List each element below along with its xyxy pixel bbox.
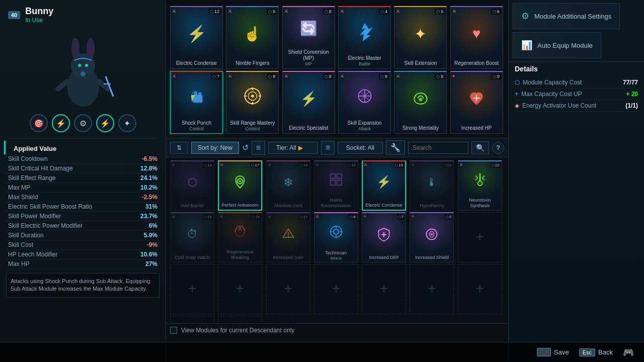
skill-icon-4[interactable]: ⚡ bbox=[96, 114, 114, 132]
inv-card-perfect-antivenom[interactable]: ⚔ 17 Perfect Antivenom bbox=[218, 160, 262, 211]
module-card-electric-condense[interactable]: ⚔ 12 ⚡ Electric Condense bbox=[170, 6, 223, 69]
max-capacity-val: + 20 bbox=[626, 90, 638, 98]
auto-equip-module-button[interactable]: 📊 Auto Equip Module bbox=[513, 32, 601, 58]
inv-card-increased-def[interactable]: ✕ 7 Increased DEF bbox=[362, 212, 406, 262]
tier-select[interactable]: Tier: All ▶ bbox=[268, 142, 318, 154]
module-icon-area bbox=[339, 72, 390, 120]
inv-icon-empty: + bbox=[267, 264, 310, 312]
stat-row: Max HP 27% bbox=[6, 259, 159, 269]
sort-by-button[interactable]: Sort by: New bbox=[191, 142, 239, 154]
search-input[interactable] bbox=[408, 142, 468, 154]
module-icon-area bbox=[171, 72, 222, 120]
inv-label: Increased Shield bbox=[414, 255, 450, 260]
stat-name: Skill Power Modifier bbox=[8, 213, 61, 220]
back-button[interactable]: Esc Back bbox=[579, 348, 613, 356]
energy-key: ◈ Energy Activator Use Count bbox=[515, 102, 596, 109]
module-label: Electric Condense bbox=[175, 60, 218, 66]
inv-icon-bg bbox=[314, 161, 358, 198]
stat-val: 10.6% bbox=[140, 251, 157, 258]
stat-name: Max MP bbox=[8, 184, 30, 191]
module-card-shock-punch[interactable]: ⚔ 7 Shock Punch Control bbox=[170, 71, 223, 134]
inv-card-matrix-recomputation[interactable]: ⚔ 10 Matrix Recomputation bbox=[314, 160, 358, 211]
skill-icon-5[interactable]: ✦ bbox=[118, 114, 136, 132]
inv-icon-area bbox=[218, 213, 262, 249]
inv-icon-area bbox=[410, 213, 453, 255]
inv-card-neurotoxin-synthesis[interactable]: ⚔ 10 Neurotoxin Synthesis bbox=[458, 160, 502, 211]
module-icon-bg bbox=[451, 72, 503, 125]
socket-filter-layer-btn[interactable]: ≡ bbox=[321, 141, 335, 155]
inv-label: Increased DEF bbox=[368, 255, 400, 260]
plus-icon: + bbox=[515, 90, 518, 98]
character-name: Bunny bbox=[25, 6, 53, 17]
module-icon-bg bbox=[283, 72, 335, 125]
inv-card-electric-condense-2[interactable]: ⚔ 16 ⚡ Electric Condense bbox=[362, 160, 406, 211]
bottom-bar: ⬛ Save Esc Back 🎮 bbox=[0, 342, 644, 362]
energy-val: (1/1) bbox=[625, 102, 638, 109]
inv-icon-area bbox=[314, 213, 358, 250]
inv-card-void-barrier[interactable]: ⚔ 14 ⬡ Void Barrier bbox=[170, 160, 214, 211]
stat-row: Skill Power Modifier 23.7% bbox=[6, 212, 159, 221]
empty-plus-icon: + bbox=[428, 281, 436, 297]
module-card-strong-mentality[interactable]: ⚔ 8 Strong Mentality bbox=[394, 71, 447, 134]
inv-icon-area bbox=[219, 161, 261, 203]
module-additional-settings-button[interactable]: ⚙ Module Additional Settings bbox=[513, 3, 620, 29]
inv-icon-bg bbox=[171, 213, 214, 255]
inv-card-empty-10: + bbox=[218, 316, 262, 323]
view-descendant-label[interactable]: View Modules for current Descendant only bbox=[181, 327, 294, 334]
module-sublabel: Control bbox=[189, 126, 204, 131]
inv-card-cold-snap-watch[interactable]: ⚔ 15 ⏱ Cold Snap Watch bbox=[170, 212, 214, 262]
save-label: Save bbox=[554, 348, 569, 356]
applied-value-header: Applied Value bbox=[4, 141, 166, 154]
in-use-label: In Use bbox=[25, 17, 53, 24]
module-card-skill-expansion[interactable]: ⚔ 8 Skill Expansion Attack bbox=[338, 71, 391, 134]
inv-icon-area bbox=[362, 213, 406, 255]
module-card-skill-range-mastery[interactable]: ⚔ 8 Skill Range Mastery Control bbox=[226, 71, 279, 134]
inv-icon-empty: + bbox=[458, 213, 502, 260]
module-card-skill-extension[interactable]: ⚔ 5 ✦ Skill Extension bbox=[394, 6, 447, 69]
module-sublabel: Battle bbox=[359, 61, 370, 66]
skill-icon-1[interactable]: 🎯 bbox=[30, 114, 48, 132]
inv-icon-area: ⚡ bbox=[363, 161, 405, 203]
module-card-electric-master[interactable]: ⚔ 4 Electric Master Battle bbox=[338, 6, 391, 69]
inv-card-increased-shield[interactable]: ✕ 5 Increased Shield bbox=[410, 212, 454, 262]
help-button[interactable]: ? bbox=[492, 142, 504, 154]
search-filter-layer-btn[interactable]: 🔧 bbox=[386, 140, 405, 155]
capacity-cost-key: ⬡ Module Capacity Cost bbox=[515, 79, 582, 86]
inv-label: Perfect Antivenom bbox=[221, 203, 260, 208]
socket-select[interactable]: Socket: All bbox=[338, 142, 383, 154]
inv-card-empty-8: + bbox=[458, 264, 502, 314]
view-descendant-checkbox[interactable] bbox=[170, 327, 177, 334]
details-title: Details bbox=[515, 65, 638, 73]
inv-card-regenerative-breaking[interactable]: ⚔ 15 Regenerative Breaking bbox=[218, 212, 262, 262]
refresh-button[interactable]: ↺ bbox=[242, 143, 249, 152]
inv-card-technician[interactable]: ⚔ 6 Technician Attack bbox=[314, 212, 358, 262]
sort-order-btn[interactable]: ⇅ bbox=[170, 142, 188, 154]
module-label: Skill Expansion bbox=[347, 120, 383, 126]
module-card-increased-hp[interactable]: ● 0 Increased HP bbox=[450, 71, 503, 134]
inv-icon-area bbox=[458, 161, 502, 198]
inv-label: Hypothermy bbox=[419, 203, 445, 209]
module-cost-icon: ⬡ bbox=[515, 79, 520, 86]
module-card-electric-specialist[interactable]: ⚔ 8 ⚡ Electric Specialist bbox=[282, 71, 335, 134]
save-button[interactable]: ⬛ Save bbox=[537, 348, 569, 356]
skill-icon-3[interactable]: ⚙ bbox=[74, 114, 92, 132]
module-icon-area: 🔄 bbox=[283, 7, 335, 49]
tier-filter-layer-btn[interactable]: ≡ bbox=[252, 141, 265, 155]
skill-icon-2[interactable]: ⚡ bbox=[52, 114, 70, 132]
module-card-shield-conversion[interactable]: ⚔ 8 🔄 Shield Conversion (MP) MP bbox=[282, 6, 335, 69]
inv-card-increased-gain[interactable]: ⚔ 17 Increased Gain bbox=[266, 212, 310, 262]
module-label: Electric Master bbox=[347, 55, 382, 61]
energy-icon: ◈ bbox=[515, 102, 519, 109]
settings-label: Module Additional Settings bbox=[534, 13, 611, 20]
inv-label: Technician bbox=[325, 250, 348, 256]
inv-card-hypothermy[interactable]: ⚔ 10 🌡 Hypothermy bbox=[410, 160, 454, 211]
inv-label: Regenerative Breaking bbox=[218, 249, 262, 260]
module-card-regen-boost[interactable]: ⚔ 6 ♥ Regeneration Boost bbox=[450, 6, 503, 69]
module-sublabel: Attack bbox=[358, 126, 371, 131]
save-key-badge: ⬛ bbox=[537, 348, 551, 356]
stat-val: -6.5% bbox=[142, 155, 157, 162]
inv-card-absolute-zero[interactable]: ⚔ 14 ❄ Absolute-Zero bbox=[266, 160, 310, 211]
module-card-nimble-fingers[interactable]: ⚔ 5 ☝ Nimble Fingers bbox=[226, 6, 279, 69]
module-icon-area: ♥ bbox=[451, 7, 503, 60]
search-button[interactable]: 🔍 bbox=[471, 141, 489, 154]
